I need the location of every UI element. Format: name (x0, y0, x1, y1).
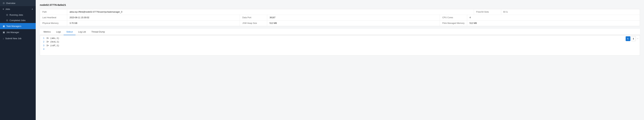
jvm-heap-size-value: 512 MB (267, 21, 440, 26)
info-row-3: Physical Memory 3.70 GB JVM Heap Size 51… (40, 21, 640, 26)
collapse-icon[interactable]: − (637, 37, 638, 40)
download-button[interactable]: ⬇ (631, 36, 636, 41)
physical-memory-value: 3.70 GB (67, 21, 240, 26)
jobs-icon: ≡ (3, 8, 4, 11)
info-table: Path akka.tcp://flink@node02:37776/user/… (40, 9, 640, 26)
line-num-2: 2 (42, 40, 44, 44)
stdout-container: ↻ ⬇ − 1 3> (abc,1) 2 3> (bcd,1) 3 3> (cd… (40, 35, 640, 56)
line-code-3: 3> (cdf,1) (46, 44, 59, 48)
sidebar-jobs-label: Jobs (6, 8, 10, 11)
chevron-up-icon: ∧ (32, 8, 33, 10)
cpu-cores-value: 4 (467, 15, 640, 20)
sidebar-item-running-jobs[interactable]: ⊙ Running Jobs (6, 12, 36, 18)
submit-job-icon: ↓ (3, 37, 4, 40)
tab-logs[interactable]: Logs (54, 29, 64, 35)
page-title: node02:37776-8a5e21 (40, 4, 640, 6)
job-manager-icon: ▣ (3, 31, 5, 34)
tab-stdout[interactable]: Stdout (64, 29, 76, 35)
flink-managed-memory-value: 512 MB (467, 21, 640, 26)
main-content: node02:37776-8a5e21 Path akka.tcp://flin… (36, 0, 644, 120)
sidebar-running-jobs-label: Running Jobs (10, 14, 23, 16)
sidebar-sub-jobs: ⊙ Running Jobs ⊙ Completed Jobs (0, 12, 36, 23)
path-value: akka.tcp://flink@node02:37776/user/rpc/t… (67, 9, 474, 15)
info-row-1: Path akka.tcp://flink@node02:37776/user/… (40, 9, 640, 15)
free-all-slots-value: 0 / 1 (501, 9, 640, 15)
sidebar-job-manager-label: Job Manager (6, 31, 19, 34)
sidebar-item-job-manager[interactable]: ▣ Job Manager (0, 29, 36, 35)
line-code-1: 3> (abc,1) (46, 37, 59, 40)
free-all-slots-label: Free/All Slots (474, 9, 501, 15)
path-label: Path (40, 9, 67, 15)
tab-thread-dump[interactable]: Thread Dump (88, 29, 108, 35)
sidebar-item-overview[interactable]: ⊙ Overview (0, 0, 36, 6)
info-row-2: Last Heartbeat 2023-06-11 15:30:02 Data … (40, 15, 640, 21)
physical-memory-label: Physical Memory (40, 21, 67, 26)
line-num-1: 1 (42, 37, 44, 40)
sidebar-item-submit-new-job[interactable]: ↓ Submit New Job (0, 35, 36, 41)
line-num-4: 4 (42, 48, 44, 51)
cpu-cores-label: CPU Cores (440, 15, 467, 20)
completed-jobs-icon: ⊙ (6, 19, 8, 22)
data-port-label: Data Port (240, 15, 267, 20)
flink-managed-memory-label: Flink Managed Memory (440, 21, 467, 26)
stdout-line-3: 3 3> (cdf,1) (42, 44, 638, 48)
last-heartbeat-label: Last Heartbeat (40, 15, 67, 20)
line-num-3: 3 (42, 44, 44, 47)
sidebar-submit-new-job-label: Submit New Job (5, 37, 22, 40)
task-managers-icon: ▣ (3, 25, 5, 28)
refresh-button[interactable]: ↻ (626, 36, 630, 41)
running-jobs-icon: ⊙ (6, 14, 8, 16)
stdout-line-2: 2 3> (bcd,1) (42, 40, 638, 44)
sidebar-completed-jobs-label: Completed Jobs (10, 19, 26, 22)
sidebar-task-managers-label: Task Managers (6, 25, 21, 28)
sidebar-item-overview-label: Overview (6, 2, 15, 5)
refresh-icon: ↻ (627, 38, 629, 40)
stdout-line-1: 1 3> (abc,1) (42, 37, 638, 40)
sidebar-item-completed-jobs[interactable]: ⊙ Completed Jobs (6, 18, 36, 23)
tabs-bar: Metrics Logs Stdout Log List Thread Dump (40, 29, 640, 35)
tab-metrics[interactable]: Metrics (41, 29, 54, 35)
overview-icon: ⊙ (3, 2, 5, 5)
data-port-value: 36187 (267, 15, 440, 20)
tab-log-list[interactable]: Log List (76, 29, 89, 35)
stdout-toolbar: ↻ ⬇ − (626, 36, 638, 41)
stdout-line-4: 4 (42, 48, 638, 51)
last-heartbeat-value: 2023-06-11 15:30:02 (67, 15, 240, 20)
line-code-2: 3> (bcd,1) (46, 40, 59, 44)
sidebar: ⊙ Overview ≡ Jobs ∧ ⊙ Running Jobs ⊙ Com… (0, 0, 36, 120)
jvm-heap-size-label: JVM Heap Size (240, 21, 267, 26)
sidebar-item-task-managers[interactable]: ▣ Task Managers (0, 23, 36, 29)
download-icon: ⬇ (632, 38, 634, 40)
sidebar-item-jobs[interactable]: ≡ Jobs ∧ (0, 6, 36, 12)
stdout-content: 1 3> (abc,1) 2 3> (bcd,1) 3 3> (cdf,1) 4 (40, 35, 640, 52)
